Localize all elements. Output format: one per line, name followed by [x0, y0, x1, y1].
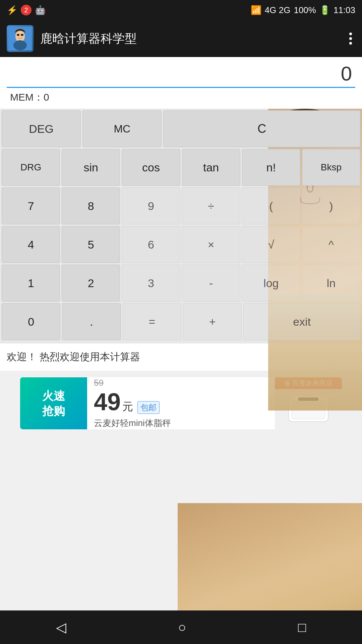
pow-button[interactable]: ^: [302, 226, 360, 263]
notification-icon: 2: [21, 5, 32, 15]
bg-image-area: [178, 503, 362, 621]
button-row-4: 1 2 3 - log ln: [2, 265, 360, 302]
svg-point-2: [13, 40, 27, 50]
header-left: 鹿晗计算器科学型: [7, 25, 137, 52]
sqrt-button[interactable]: √: [242, 226, 300, 263]
usb-icon: ⚡: [7, 5, 17, 15]
status-left: ⚡ 2 🤖: [7, 5, 46, 15]
3-button[interactable]: 3: [122, 265, 180, 302]
ad-old-price: 59: [94, 378, 268, 388]
button-row-5: 0 . = + exit: [2, 303, 360, 340]
android-icon: 🤖: [35, 5, 46, 15]
nav-bar: ◁ ○ □: [0, 610, 362, 644]
svg-point-4: [21, 34, 23, 36]
avatar-image: [8, 27, 32, 50]
home-button[interactable]: ○: [165, 615, 199, 640]
bksp-button[interactable]: Bksp: [302, 149, 360, 186]
cos-button[interactable]: cos: [122, 149, 180, 186]
status-right: 📶 4G 2G 100% 🔋 11:03: [251, 5, 355, 15]
tan-button[interactable]: tan: [182, 149, 240, 186]
svg-point-3: [17, 34, 19, 36]
div-button[interactable]: ÷: [182, 187, 240, 224]
drg-button[interactable]: DRG: [2, 149, 60, 186]
back-button[interactable]: ◁: [43, 614, 80, 640]
button-row-2: 7 8 9 ÷ ( ): [2, 187, 360, 224]
8-button[interactable]: 8: [62, 187, 120, 224]
battery-icon: 🔋: [319, 5, 330, 15]
mul-button[interactable]: ×: [182, 226, 240, 263]
rparen-button[interactable]: ): [302, 187, 360, 224]
app-avatar: [7, 25, 34, 52]
2-button[interactable]: 2: [62, 265, 120, 302]
wifi-icon: 📶: [251, 5, 261, 15]
4-button[interactable]: 4: [2, 226, 60, 263]
7-button[interactable]: 7: [2, 187, 60, 224]
ad-new-price-row: 49 元 包邮: [94, 388, 268, 416]
c-button[interactable]: C: [163, 110, 360, 147]
lparen-button[interactable]: (: [242, 187, 300, 224]
sub-button[interactable]: -: [182, 265, 240, 302]
5-button[interactable]: 5: [62, 226, 120, 263]
0-button[interactable]: 0: [2, 303, 60, 340]
status-bar: ⚡ 2 🤖 📶 4G 2G 100% 🔋 11:03: [0, 0, 362, 20]
dot-button[interactable]: .: [62, 303, 121, 340]
display-area: MEM：0: [0, 57, 362, 109]
network-label: 4G 2G: [265, 5, 291, 15]
welcome-text: 欢迎！ 热烈欢迎使用本计算器: [7, 351, 140, 362]
app-title: 鹿晗计算器科学型: [40, 31, 137, 47]
ad-left: 火速 抢购: [20, 377, 87, 429]
recent-button[interactable]: □: [285, 615, 319, 640]
add-button[interactable]: +: [183, 303, 242, 340]
exit-button[interactable]: exit: [243, 303, 360, 340]
deg-label: DEG: [2, 110, 81, 147]
6-button[interactable]: 6: [122, 226, 180, 263]
ad-product-name: 云麦好轻mini体脂秤: [94, 417, 268, 429]
battery-label: 100%: [294, 5, 316, 15]
eq-button[interactable]: =: [123, 303, 181, 340]
ln-button[interactable]: ln: [302, 265, 360, 302]
button-row-0: DEG MC C: [2, 110, 360, 147]
calc-area: DEG MC C DRG sin cos tan n! Bksp 7: [0, 109, 362, 343]
display-input[interactable]: [7, 60, 355, 88]
ad-cta: 火速 抢购: [42, 388, 65, 418]
1-button[interactable]: 1: [2, 265, 60, 302]
sin-button[interactable]: sin: [62, 149, 120, 186]
9-button[interactable]: 9: [122, 187, 180, 224]
app-header: 鹿晗计算器科学型: [0, 20, 362, 57]
time-label: 11:03: [334, 5, 355, 15]
mc-button[interactable]: MC: [82, 110, 162, 147]
menu-button[interactable]: [346, 29, 355, 48]
nfact-button[interactable]: n!: [242, 149, 300, 186]
mem-display: MEM：0: [7, 88, 355, 107]
button-row-3: 4 5 6 × √ ^: [2, 226, 360, 263]
button-row-1: DRG sin cos tan n! Bksp: [2, 149, 360, 186]
ad-price-area: 59 49 元 包邮 云麦好轻mini体脂秤: [87, 377, 275, 429]
log-button[interactable]: log: [242, 265, 300, 302]
